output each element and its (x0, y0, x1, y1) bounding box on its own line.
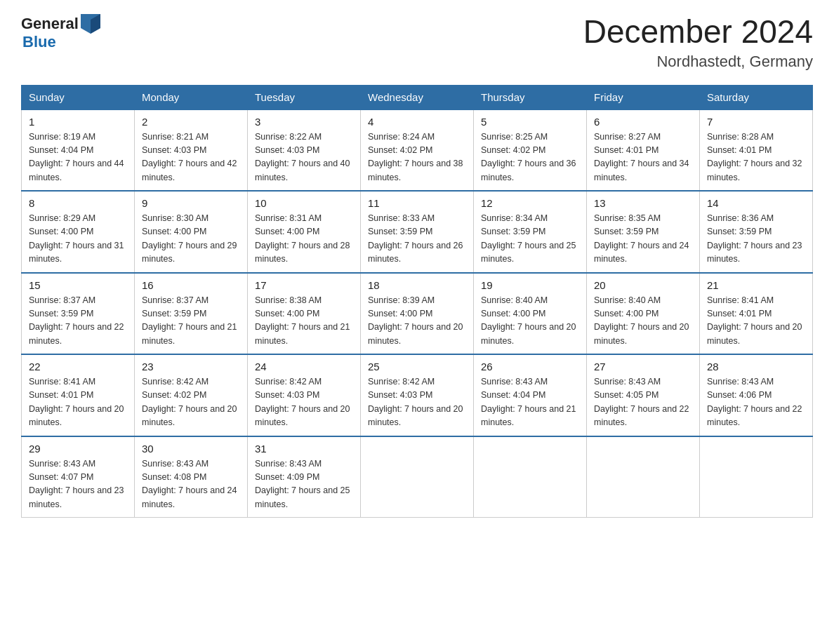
day-number: 20 (594, 279, 692, 291)
day-info: Sunrise: 8:43 AMSunset: 4:08 PMDaylight:… (142, 457, 240, 512)
day-number: 8 (29, 197, 127, 209)
logo-blue-text: Blue (22, 34, 100, 51)
day-number: 21 (707, 279, 805, 291)
day-cell-24: 24Sunrise: 8:42 AMSunset: 4:03 PMDayligh… (248, 354, 361, 436)
day-cell-22: 22Sunrise: 8:41 AMSunset: 4:01 PMDayligh… (22, 354, 135, 436)
day-number: 24 (255, 361, 353, 373)
day-number: 18 (368, 279, 466, 291)
day-cell-13: 13Sunrise: 8:35 AMSunset: 3:59 PMDayligh… (587, 191, 700, 273)
day-info: Sunrise: 8:25 AMSunset: 4:02 PMDaylight:… (481, 130, 579, 185)
header-tuesday: Tuesday (248, 85, 361, 109)
day-info: Sunrise: 8:22 AMSunset: 4:03 PMDaylight:… (255, 130, 353, 185)
empty-cell (700, 436, 813, 518)
logo-icon (81, 14, 100, 34)
day-info: Sunrise: 8:33 AMSunset: 3:59 PMDaylight:… (368, 212, 466, 267)
day-cell-6: 6Sunrise: 8:27 AMSunset: 4:01 PMDaylight… (587, 109, 700, 192)
week-row-2: 8Sunrise: 8:29 AMSunset: 4:00 PMDaylight… (22, 191, 813, 273)
day-info: Sunrise: 8:43 AMSunset: 4:04 PMDaylight:… (481, 375, 579, 430)
day-cell-25: 25Sunrise: 8:42 AMSunset: 4:03 PMDayligh… (361, 354, 474, 436)
day-number: 5 (481, 116, 579, 128)
day-cell-3: 3Sunrise: 8:22 AMSunset: 4:03 PMDaylight… (248, 109, 361, 192)
day-info: Sunrise: 8:29 AMSunset: 4:00 PMDaylight:… (29, 212, 127, 267)
week-row-4: 22Sunrise: 8:41 AMSunset: 4:01 PMDayligh… (22, 354, 813, 436)
day-info: Sunrise: 8:43 AMSunset: 4:06 PMDaylight:… (707, 375, 805, 430)
day-cell-14: 14Sunrise: 8:36 AMSunset: 3:59 PMDayligh… (700, 191, 813, 273)
day-number: 2 (142, 116, 240, 128)
day-info: Sunrise: 8:38 AMSunset: 4:00 PMDaylight:… (255, 294, 353, 349)
header-monday: Monday (135, 85, 248, 109)
day-info: Sunrise: 8:43 AMSunset: 4:05 PMDaylight:… (594, 375, 692, 430)
header-saturday: Saturday (700, 85, 813, 109)
day-cell-30: 30Sunrise: 8:43 AMSunset: 4:08 PMDayligh… (135, 436, 248, 518)
day-info: Sunrise: 8:31 AMSunset: 4:00 PMDaylight:… (255, 212, 353, 267)
day-number: 13 (594, 197, 692, 209)
day-cell-11: 11Sunrise: 8:33 AMSunset: 3:59 PMDayligh… (361, 191, 474, 273)
header-sunday: Sunday (22, 85, 135, 109)
day-number: 27 (594, 361, 692, 373)
day-cell-21: 21Sunrise: 8:41 AMSunset: 4:01 PMDayligh… (700, 273, 813, 355)
day-number: 4 (368, 116, 466, 128)
day-number: 6 (594, 116, 692, 128)
day-info: Sunrise: 8:36 AMSunset: 3:59 PMDaylight:… (707, 212, 805, 267)
calendar-subtitle: Nordhastedt, Germany (583, 53, 813, 71)
day-number: 9 (142, 197, 240, 209)
header-thursday: Thursday (474, 85, 587, 109)
header-wednesday: Wednesday (361, 85, 474, 109)
day-cell-19: 19Sunrise: 8:40 AMSunset: 4:00 PMDayligh… (474, 273, 587, 355)
day-info: Sunrise: 8:40 AMSunset: 4:00 PMDaylight:… (481, 294, 579, 349)
day-number: 11 (368, 197, 466, 209)
day-cell-28: 28Sunrise: 8:43 AMSunset: 4:06 PMDayligh… (700, 354, 813, 436)
day-cell-2: 2Sunrise: 8:21 AMSunset: 4:03 PMDaylight… (135, 109, 248, 192)
day-info: Sunrise: 8:42 AMSunset: 4:03 PMDaylight:… (368, 375, 466, 430)
day-number: 26 (481, 361, 579, 373)
day-info: Sunrise: 8:28 AMSunset: 4:01 PMDaylight:… (707, 130, 805, 185)
day-info: Sunrise: 8:34 AMSunset: 3:59 PMDaylight:… (481, 212, 579, 267)
logo: General Blue (21, 14, 100, 51)
calendar-title: December 2024 (583, 14, 813, 50)
week-row-1: 1Sunrise: 8:19 AMSunset: 4:04 PMDaylight… (22, 109, 813, 192)
day-cell-12: 12Sunrise: 8:34 AMSunset: 3:59 PMDayligh… (474, 191, 587, 273)
day-number: 31 (255, 443, 353, 455)
day-cell-17: 17Sunrise: 8:38 AMSunset: 4:00 PMDayligh… (248, 273, 361, 355)
day-number: 17 (255, 279, 353, 291)
day-number: 12 (481, 197, 579, 209)
day-number: 15 (29, 279, 127, 291)
day-cell-8: 8Sunrise: 8:29 AMSunset: 4:00 PMDaylight… (22, 191, 135, 273)
calendar-table: SundayMondayTuesdayWednesdayThursdayFrid… (21, 85, 813, 518)
day-cell-23: 23Sunrise: 8:42 AMSunset: 4:02 PMDayligh… (135, 354, 248, 436)
day-info: Sunrise: 8:43 AMSunset: 4:09 PMDaylight:… (255, 457, 353, 512)
day-number: 28 (707, 361, 805, 373)
day-info: Sunrise: 8:24 AMSunset: 4:02 PMDaylight:… (368, 130, 466, 185)
day-cell-27: 27Sunrise: 8:43 AMSunset: 4:05 PMDayligh… (587, 354, 700, 436)
day-cell-7: 7Sunrise: 8:28 AMSunset: 4:01 PMDaylight… (700, 109, 813, 192)
day-cell-31: 31Sunrise: 8:43 AMSunset: 4:09 PMDayligh… (248, 436, 361, 518)
empty-cell (587, 436, 700, 518)
day-info: Sunrise: 8:21 AMSunset: 4:03 PMDaylight:… (142, 130, 240, 185)
day-cell-15: 15Sunrise: 8:37 AMSunset: 3:59 PMDayligh… (22, 273, 135, 355)
title-area: December 2024 Nordhastedt, Germany (583, 14, 813, 71)
day-cell-5: 5Sunrise: 8:25 AMSunset: 4:02 PMDaylight… (474, 109, 587, 192)
day-info: Sunrise: 8:40 AMSunset: 4:00 PMDaylight:… (594, 294, 692, 349)
day-info: Sunrise: 8:42 AMSunset: 4:03 PMDaylight:… (255, 375, 353, 430)
day-cell-18: 18Sunrise: 8:39 AMSunset: 4:00 PMDayligh… (361, 273, 474, 355)
day-number: 29 (29, 443, 127, 455)
empty-cell (361, 436, 474, 518)
day-info: Sunrise: 8:35 AMSunset: 3:59 PMDaylight:… (594, 212, 692, 267)
day-number: 19 (481, 279, 579, 291)
day-number: 1 (29, 116, 127, 128)
day-cell-29: 29Sunrise: 8:43 AMSunset: 4:07 PMDayligh… (22, 436, 135, 518)
day-info: Sunrise: 8:27 AMSunset: 4:01 PMDaylight:… (594, 130, 692, 185)
empty-cell (474, 436, 587, 518)
day-number: 16 (142, 279, 240, 291)
day-info: Sunrise: 8:42 AMSunset: 4:02 PMDaylight:… (142, 375, 240, 430)
week-row-3: 15Sunrise: 8:37 AMSunset: 3:59 PMDayligh… (22, 273, 813, 355)
day-number: 3 (255, 116, 353, 128)
day-number: 7 (707, 116, 805, 128)
day-cell-1: 1Sunrise: 8:19 AMSunset: 4:04 PMDaylight… (22, 109, 135, 192)
header-friday: Friday (587, 85, 700, 109)
day-number: 23 (142, 361, 240, 373)
day-info: Sunrise: 8:39 AMSunset: 4:00 PMDaylight:… (368, 294, 466, 349)
day-info: Sunrise: 8:37 AMSunset: 3:59 PMDaylight:… (142, 294, 240, 349)
header-row: SundayMondayTuesdayWednesdayThursdayFrid… (22, 85, 813, 109)
day-number: 10 (255, 197, 353, 209)
